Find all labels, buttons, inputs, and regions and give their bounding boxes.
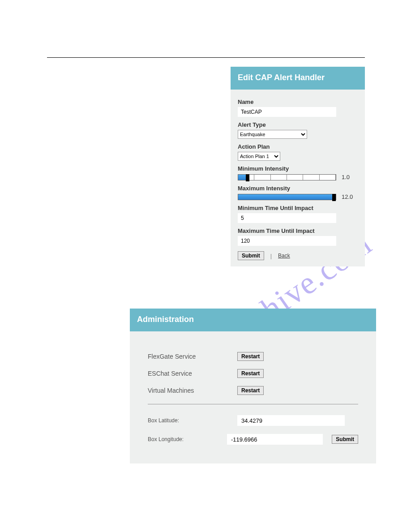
- max-intensity-slider[interactable]: [238, 194, 336, 200]
- min-intensity-label: Minimum Intensity: [238, 165, 358, 172]
- action-plan-select[interactable]: Action Plan 1: [238, 152, 280, 161]
- alert-type-label: Alert Type: [238, 121, 358, 128]
- flexgate-restart-button[interactable]: Restart: [237, 352, 264, 361]
- cap-panel-title: Edit CAP Alert Handler: [231, 67, 365, 90]
- admin-panel-title: Administration: [130, 309, 376, 331]
- back-link[interactable]: Back: [278, 253, 290, 259]
- name-label: Name: [238, 99, 358, 105]
- divider: |: [270, 253, 272, 259]
- admin-divider: [148, 404, 358, 404]
- action-plan-label: Action Plan: [238, 143, 358, 150]
- max-time-label: Maximum Time Until Impact: [238, 227, 358, 234]
- administration-panel: Administration FlexGate Service Restart …: [130, 309, 376, 463]
- eschat-label: ESChat Service: [148, 370, 237, 377]
- edit-cap-panel: Edit CAP Alert Handler Name Alert Type E…: [231, 67, 365, 266]
- box-longitude-label: Box Longitude:: [148, 436, 227, 442]
- box-longitude-input[interactable]: [227, 434, 323, 445]
- eschat-restart-button[interactable]: Restart: [237, 369, 264, 378]
- flexgate-label: FlexGate Service: [148, 353, 237, 360]
- alert-type-select[interactable]: Earthquake: [238, 130, 307, 139]
- coords-submit-button[interactable]: Submit: [332, 435, 358, 444]
- min-intensity-value: 1.0: [342, 174, 350, 180]
- box-latitude-label: Box Latitude:: [148, 417, 237, 424]
- vm-restart-button[interactable]: Restart: [237, 386, 264, 395]
- max-intensity-label: Maximum Intensity: [238, 185, 358, 192]
- min-time-label: Minimum Time Until Impact: [238, 205, 358, 211]
- max-time-input[interactable]: [238, 236, 336, 246]
- box-latitude-input[interactable]: [237, 415, 345, 426]
- submit-button[interactable]: Submit: [238, 251, 264, 260]
- max-intensity-value: 12.0: [342, 193, 353, 200]
- vm-label: Virtual Machines: [148, 387, 237, 394]
- min-time-input[interactable]: [238, 213, 336, 223]
- name-input[interactable]: [238, 107, 336, 117]
- min-intensity-slider[interactable]: [238, 174, 336, 180]
